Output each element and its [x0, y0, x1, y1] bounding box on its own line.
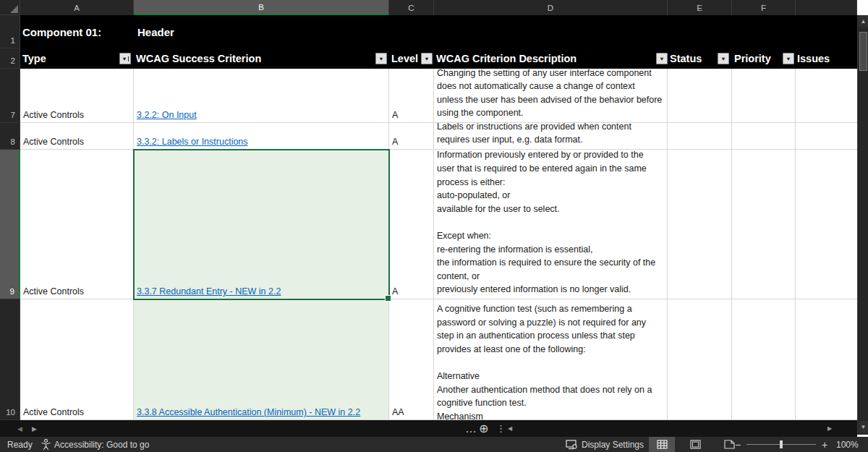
cell-issues-10[interactable]: [796, 299, 857, 420]
cell-status-8[interactable]: [668, 123, 732, 150]
tab-menu-icon[interactable]: ⋮: [496, 420, 506, 437]
cell-issues-8[interactable]: [796, 123, 857, 150]
table-row: Active Controls 3.3.7 Redundant Entry - …: [20, 150, 857, 299]
cell-criterion-9-active[interactable]: 3.3.7 Redundant Entry - NEW in 2.2: [134, 150, 389, 299]
cell-priority-8[interactable]: [732, 123, 796, 150]
column-header-b-selected[interactable]: B: [134, 0, 389, 15]
criterion-link[interactable]: 3.3.8 Accessible Authentication (Minimum…: [137, 407, 360, 417]
column-header-c[interactable]: C: [389, 0, 434, 15]
header-type: Type: [22, 48, 46, 69]
cell-description-10[interactable]: A cognitive function test (such as remem…: [434, 299, 668, 420]
header-issues: Issues: [797, 48, 830, 69]
zoom-out-button[interactable]: −: [735, 437, 741, 452]
tab-nav-right-icon[interactable]: ▶: [32, 420, 37, 437]
cell-description-8[interactable]: Labels or instructions are provided when…: [434, 123, 668, 150]
cell-criterion-8[interactable]: 3.3.2: Labels or Instructions: [134, 123, 389, 150]
normal-view-button[interactable]: [649, 437, 675, 452]
page-break-icon: [724, 440, 735, 449]
normal-view-grid-icon: [657, 440, 668, 449]
component-title-row[interactable]: Component 01: Header: [20, 15, 857, 48]
cell-priority-10[interactable]: [732, 299, 796, 420]
hscroll-left-icon[interactable]: ◀: [508, 420, 512, 437]
cell-type-10[interactable]: Active Controls: [20, 299, 134, 420]
cell-level-9[interactable]: A: [389, 150, 434, 299]
table-row: Active Controls 3.3.2: Labels or Instruc…: [20, 123, 857, 150]
excel-window: A B C D E F 1 2 7 8 9 10 Component 01: H…: [0, 0, 868, 452]
cell-criterion-7[interactable]: 3.2.2: On Input: [134, 69, 389, 123]
cell-priority-7[interactable]: [732, 69, 796, 123]
filter-button-status[interactable]: ▼: [718, 53, 729, 64]
cell-status-10[interactable]: [668, 299, 732, 420]
header-level: Level: [391, 48, 418, 69]
zoom-level-indicator[interactable]: 100%: [836, 437, 859, 452]
filter-button-criterion[interactable]: ▼: [375, 53, 387, 64]
tab-nav-left-icon[interactable]: ◀: [17, 420, 22, 437]
zoom-in-button[interactable]: +: [822, 437, 827, 452]
vertical-scrollbar-thumb[interactable]: [859, 32, 867, 71]
cell-criterion-10[interactable]: 3.3.8 Accessible Authentication (Minimum…: [134, 299, 389, 420]
zoom-slider-thumb[interactable]: [780, 440, 783, 448]
accessibility-status[interactable]: Accessibility: Good to go: [41, 437, 149, 452]
status-bar: Ready Accessibility: Good to go Display …: [0, 437, 868, 452]
row-header-1[interactable]: 1: [0, 15, 20, 48]
cell-status-9[interactable]: [668, 150, 732, 299]
sheet-tab-bar: ◀ ▶ Overview Scope 01 02 03 04 05 06 07 …: [0, 420, 857, 437]
worksheet-grid: Component 01: Header Type ▼ WCAG Success…: [20, 15, 857, 420]
accessibility-status-label: Accessibility: Good to go: [54, 440, 149, 450]
column-header-d[interactable]: D: [434, 0, 668, 15]
display-settings-button[interactable]: Display Settings: [566, 437, 644, 452]
add-sheet-icon[interactable]: ⊕: [479, 420, 488, 437]
cell-level-10[interactable]: AA: [389, 299, 434, 420]
cell-type-7[interactable]: Active Controls: [20, 69, 134, 123]
table-header-row: Type ▼ WCAG Success Criterion ▼ Level ▼ …: [20, 48, 857, 69]
page-layout-view-button[interactable]: [682, 437, 708, 452]
filter-button-priority[interactable]: ▼: [783, 53, 794, 64]
scroll-down-button[interactable]: ▼: [859, 421, 868, 433]
accessibility-person-icon: [41, 439, 51, 450]
column-header-f[interactable]: F: [732, 0, 796, 15]
vertical-scrollbar[interactable]: ▲ ▼: [857, 15, 868, 435]
cell-status-7[interactable]: [668, 69, 732, 123]
cell-issues-9[interactable]: [796, 150, 857, 299]
display-settings-icon: [566, 440, 578, 450]
table-row: Active Controls 3.2.2: On Input A Changi…: [20, 69, 857, 123]
cell-level-8[interactable]: A: [389, 123, 434, 150]
scroll-up-button[interactable]: ▲: [859, 15, 868, 27]
hscroll-right-icon[interactable]: ▶: [827, 420, 832, 437]
row-header-9-selected[interactable]: 9: [0, 150, 20, 299]
row-header-2[interactable]: 2: [0, 48, 20, 69]
filter-button-description[interactable]: ▼: [656, 53, 668, 64]
column-header-a[interactable]: A: [20, 0, 134, 15]
header-status: Status: [670, 48, 702, 69]
cell-type-9[interactable]: Active Controls: [20, 150, 134, 299]
component-name-label: Header: [137, 15, 174, 48]
criterion-link[interactable]: 3.2.2: On Input: [137, 110, 197, 120]
column-header-g[interactable]: [796, 0, 857, 15]
table-row: Active Controls 3.3.8 Accessible Authent…: [20, 299, 857, 420]
row-header-8[interactable]: 8: [0, 123, 20, 150]
cell-priority-9[interactable]: [732, 150, 796, 299]
page-layout-icon: [690, 440, 701, 449]
cell-level-7[interactable]: A: [389, 69, 434, 123]
row-header-7[interactable]: 7: [0, 69, 20, 123]
header-criterion: WCAG Success Criterion: [136, 48, 261, 69]
cell-description-9[interactable]: Information previously entered by or pro…: [434, 150, 668, 299]
criterion-link[interactable]: 3.3.7 Redundant Entry - NEW in 2.2: [137, 286, 281, 297]
sort-indicator-icon: [128, 56, 129, 61]
header-description: WCAG Criterion Description: [436, 48, 576, 69]
more-tabs-indicator[interactable]: …: [465, 420, 477, 437]
row-header-10[interactable]: 10: [0, 299, 20, 420]
cell-type-8[interactable]: Active Controls: [20, 123, 134, 150]
filter-button-level[interactable]: ▼: [421, 53, 433, 64]
select-all-button[interactable]: [0, 0, 20, 15]
cell-issues-7[interactable]: [796, 69, 857, 123]
cell-description-7[interactable]: Changing the setting of any user interfa…: [434, 69, 668, 123]
column-header-e[interactable]: E: [668, 0, 732, 15]
display-settings-label: Display Settings: [582, 440, 644, 450]
filter-sort-button-type[interactable]: ▼: [119, 53, 131, 64]
criterion-link[interactable]: 3.3.2: Labels or Instructions: [137, 137, 248, 147]
select-all-triangle-icon: [10, 5, 18, 13]
scroll-down-icon: ▼: [861, 424, 867, 430]
component-number-label: Component 01:: [22, 15, 101, 48]
row-header-strip: 1 2 7 8 9 10: [0, 15, 20, 420]
